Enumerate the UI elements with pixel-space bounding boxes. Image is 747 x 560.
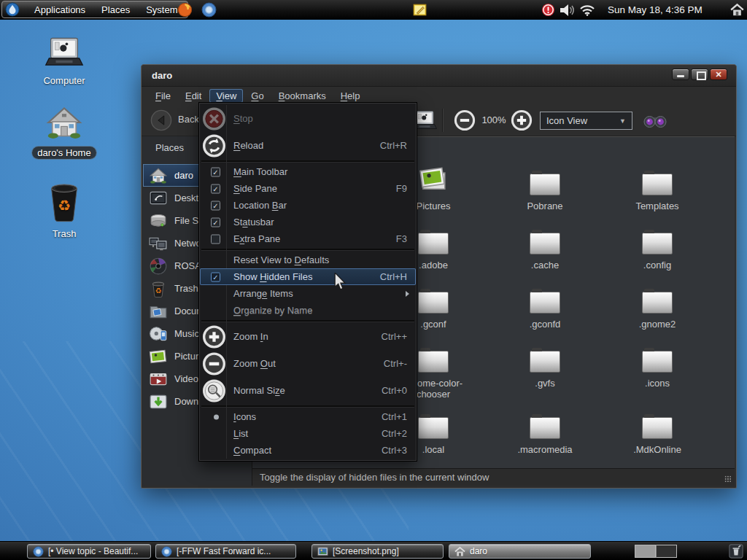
checkbox-icon: ✓ <box>211 167 220 176</box>
file-item-config[interactable]: .config <box>603 227 712 289</box>
file-item-gnome2[interactable]: .gnome2 <box>603 286 712 349</box>
workspace-2[interactable] <box>656 545 677 558</box>
resize-grip[interactable] <box>724 475 732 483</box>
file-item-macromedia[interactable]: .macromedia <box>490 411 600 474</box>
view-mode-select[interactable]: Icon View ▼ <box>540 112 632 130</box>
statusbar: Toggle the display of hidden files in th… <box>252 468 735 486</box>
file-item-label: .gconfd <box>506 319 584 330</box>
panel-menu-places[interactable]: Places <box>101 4 130 15</box>
folder-icon <box>642 351 673 373</box>
menu-item-location-bar[interactable]: ✓Location Bar <box>200 197 416 214</box>
search-binoculars-icon[interactable] <box>643 112 667 129</box>
taskbar-button-view-topic-beautif[interactable]: [• View topic - Beautif... <box>27 544 151 559</box>
menu-item-shortcut: Ctrl+2 <box>368 428 407 439</box>
file-item-label: .config <box>618 260 697 271</box>
menu-item-zoom-in[interactable]: Zoom InCtrl++ <box>200 323 416 350</box>
zoom-in-button[interactable] <box>511 109 533 131</box>
menubar-item-bookmarks[interactable]: Bookmarks <box>272 89 333 103</box>
file-item-templates[interactable]: Templates <box>603 168 712 230</box>
menu-item-label: Organize by Name <box>233 305 312 316</box>
menu-item-extra-pane[interactable]: Extra PaneF3 <box>200 230 416 247</box>
menu-item-shortcut: F3 <box>383 233 407 244</box>
file-item-pobrane[interactable]: Pobrane <box>490 168 600 230</box>
desktop-icon-trash[interactable]: ♻Trash <box>23 182 105 240</box>
taskbar-button-ffw-fast-forward-ic[interactable]: [-FFW Fast Forward ic... <box>155 544 296 559</box>
pictures-icon <box>149 347 168 366</box>
notes-tray-icon[interactable] <box>412 2 427 18</box>
file-item-gconfd[interactable]: .gconfd <box>490 286 600 349</box>
window-title: daro <box>152 70 172 81</box>
file-item-label: .gvfs <box>506 378 584 389</box>
menu-item-list[interactable]: ListCtrl+2 <box>200 425 416 442</box>
taskbar-button-daro[interactable]: daro <box>449 544 591 559</box>
distro-logo-icon[interactable] <box>5 2 20 17</box>
folder-icon <box>530 417 560 439</box>
menu-item-side-pane[interactable]: ✓Side PaneF9 <box>200 180 416 197</box>
menu-item-label: Icons <box>233 411 256 422</box>
menubar-item-edit[interactable]: Edit <box>179 89 208 103</box>
panel-menu-applications[interactable]: Applications <box>34 4 85 15</box>
zoom-out-button[interactable] <box>454 109 476 131</box>
sidebar-item-label: Trash <box>174 283 198 294</box>
menu-item-main-toolbar[interactable]: ✓Main Toolbar <box>200 163 416 180</box>
menu-item-zoom-out[interactable]: Zoom OutCtrl+- <box>200 350 416 377</box>
folder-icon <box>642 233 673 254</box>
clock[interactable]: Sun May 18, 4:36 PM <box>608 0 703 20</box>
folder-icon <box>418 233 449 254</box>
reload-icon <box>202 133 226 158</box>
file-item-label: Templates <box>618 201 697 211</box>
file-item-icons[interactable]: .icons <box>603 345 712 408</box>
menubar-item-view[interactable]: View <box>209 89 243 103</box>
close-button[interactable] <box>710 69 727 80</box>
taskbar-button-label: [• View topic - Beautif... <box>48 546 138 556</box>
file-item-mdkonline[interactable]: .MdkOnline <box>603 411 712 474</box>
menu-item-label: Statusbar <box>233 217 274 228</box>
menu-item-shortcut: Ctrl+1 <box>368 411 407 422</box>
menu-item-reset-view-to-defaults[interactable]: Reset View to Defaults <box>200 252 416 268</box>
menu-item-normal-size[interactable]: Normal SizeCtrl+0 <box>200 377 416 404</box>
menu-item-reload[interactable]: ReloadCtrl+R <box>200 132 416 159</box>
downloads-icon <box>149 392 168 411</box>
trash-big-icon: ♻ <box>44 182 85 223</box>
taskbar-button-screenshot-png[interactable]: [Screenshot.png] <box>311 544 444 559</box>
menu-item-shortcut: Ctrl+R <box>367 140 407 151</box>
home-tray-icon[interactable] <box>730 3 744 17</box>
menu-item-label: Zoom In <box>233 331 268 342</box>
menu-item-compact[interactable]: CompactCtrl+3 <box>200 442 416 459</box>
desktop-icon-computer[interactable]: Computer <box>23 36 105 87</box>
minimize-button[interactable] <box>672 69 689 80</box>
menu-item-label: Stop <box>233 113 253 124</box>
menu-item-organize-by-name[interactable]: Organize by Name <box>200 302 416 319</box>
folder-icon <box>530 174 560 195</box>
firefox-launcher-icon[interactable] <box>177 2 193 18</box>
menu-item-arrange-items[interactable]: Arrange Items <box>200 285 416 302</box>
panel-menu-system[interactable]: System <box>146 4 177 15</box>
menu-separator <box>201 160 414 162</box>
menubar-item-file[interactable]: File <box>149 89 177 103</box>
folder-icon <box>642 174 673 195</box>
music-icon <box>149 324 168 343</box>
menubar-item-go[interactable]: Go <box>244 89 270 103</box>
menu-item-show-hidden-files[interactable]: ✓Show Hidden FilesCtrl+H <box>200 268 416 285</box>
menu-item-stop[interactable]: Stop <box>200 105 416 132</box>
taskbar-trash-icon[interactable] <box>729 544 743 559</box>
chevron-down-icon: ▼ <box>619 117 626 125</box>
file-item-label: .MdkOnline <box>618 444 697 455</box>
update-warning-icon[interactable] <box>541 3 555 17</box>
file-item-cache[interactable]: .cache <box>490 227 600 289</box>
checkbox-icon: ✓ <box>211 272 220 281</box>
view-menu: StopReloadCtrl+R✓Main Toolbar✓Side PaneF… <box>198 102 417 462</box>
wifi-icon[interactable] <box>578 4 596 16</box>
volume-icon[interactable] <box>559 4 575 17</box>
menu-item-statusbar[interactable]: ✓Statusbar <box>200 214 416 230</box>
menu-item-icons[interactable]: IconsCtrl+1 <box>200 408 416 425</box>
window-titlebar[interactable]: daro <box>142 65 736 87</box>
maximize-button[interactable] <box>691 69 708 80</box>
chromium-launcher-icon[interactable] <box>201 2 217 18</box>
file-item-gvfs[interactable]: .gvfs <box>490 345 600 408</box>
menubar-item-help[interactable]: Help <box>334 89 367 103</box>
back-button[interactable] <box>150 109 172 131</box>
desktop-icon-daro-s-home[interactable]: daro's Home <box>23 104 105 159</box>
workspace-1[interactable] <box>635 545 656 558</box>
checkbox-icon: ✓ <box>211 201 220 210</box>
